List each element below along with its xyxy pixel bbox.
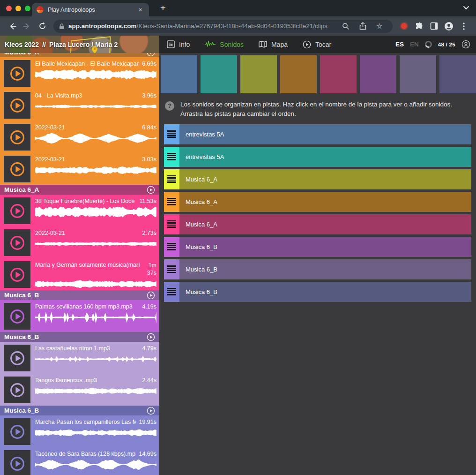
- clip-play-button[interactable]: [4, 303, 30, 330]
- browser-menu-icon[interactable]: [456, 19, 471, 34]
- track-column-swatch[interactable]: [161, 55, 197, 93]
- track-row-body[interactable]: entrevistas 5A: [179, 124, 471, 144]
- side-panel-icon[interactable]: [426, 19, 441, 34]
- clip-item[interactable]: Palmas sevillanas 160 bpm mp3.mp3 4.19s: [0, 300, 159, 332]
- clip-item[interactable]: El Baile Mexicapan - El Baile Mexicapan.…: [0, 57, 159, 89]
- clip-play-button[interactable]: [4, 60, 30, 87]
- clip-item[interactable]: 2022-03-21 3.03s: [0, 153, 159, 185]
- track-column-swatch[interactable]: [439, 55, 476, 93]
- bookmark-star-icon[interactable]: ☆: [372, 19, 387, 34]
- track-column-swatch[interactable]: [360, 55, 396, 93]
- track-row[interactable]: Musica 6_B: [164, 259, 471, 279]
- clip-item[interactable]: 04 - La Visita.mp3 3.96s: [0, 89, 159, 121]
- tab-search-chevron-icon[interactable]: [463, 6, 469, 10]
- track-drag-handle[interactable]: [164, 192, 179, 212]
- tab-close-icon[interactable]: ×: [136, 5, 144, 14]
- track-row[interactable]: Musica 6_A: [164, 169, 471, 189]
- clip-play-button[interactable]: [4, 450, 30, 475]
- track-row-body[interactable]: entrevistas 5A: [179, 147, 471, 167]
- track-row[interactable]: entrevistas 5A: [164, 147, 471, 167]
- clip-waveform: [35, 384, 156, 398]
- nav-item-sonidos[interactable]: Sonidos: [197, 36, 251, 53]
- clip-body: Taconeo de Sara Baras (128 kbps).mp3 14.…: [35, 450, 156, 475]
- track-row[interactable]: Musica 6_B: [164, 282, 471, 302]
- track-column-swatch[interactable]: [201, 55, 237, 93]
- lang-en-button[interactable]: EN: [410, 41, 419, 48]
- section-header[interactable]: Musica 6_A: [0, 53, 159, 57]
- clip-item[interactable]: 2022-03-21 6.84s: [0, 121, 159, 153]
- browser-profile-avatar[interactable]: [441, 19, 456, 34]
- clip-duration: 11.53s: [139, 198, 156, 204]
- track-row[interactable]: Musica 6_A: [164, 214, 471, 234]
- track-row[interactable]: Musica 6_A: [164, 192, 471, 212]
- new-tab-button[interactable]: +: [157, 2, 169, 15]
- track-drag-handle[interactable]: [164, 147, 179, 167]
- clip-item[interactable]: 2022-03-21 2.73s: [0, 226, 159, 258]
- zoom-page-icon[interactable]: [338, 19, 353, 34]
- nav-item-info[interactable]: Info: [159, 36, 197, 53]
- track-column-swatch[interactable]: [400, 55, 436, 93]
- clip-item[interactable]: 38 Toque Funebre(Muerte) - Los Doce Par.…: [0, 195, 159, 226]
- hint-note: ? Los sonidos se organizan en pistas. Ha…: [165, 100, 473, 119]
- track-row[interactable]: Musica 6_B: [164, 237, 471, 257]
- share-icon[interactable]: [355, 19, 370, 34]
- track-row-body[interactable]: Musica 6_B: [179, 259, 471, 279]
- browser-tab[interactable]: Play Antropoloops ×: [32, 3, 149, 16]
- track-row-body[interactable]: Musica 6_B: [179, 282, 471, 302]
- track-column-swatch[interactable]: [320, 55, 357, 93]
- track-drag-handle[interactable]: [164, 237, 179, 257]
- lang-es-button[interactable]: ES: [395, 41, 404, 48]
- track-row-body[interactable]: Musica 6_A: [179, 192, 471, 212]
- clip-item[interactable]: Tangos flamencos .mp3 2.44s: [0, 374, 159, 406]
- track-drag-handle[interactable]: [164, 214, 179, 234]
- section-header[interactable]: Musica 6_B: [0, 332, 159, 342]
- clip-play-button[interactable]: [4, 197, 30, 224]
- clip-play-button[interactable]: [4, 377, 30, 403]
- account-icon[interactable]: [461, 40, 470, 49]
- track-column-swatch[interactable]: [280, 55, 317, 93]
- url-bar[interactable]: app.antropoloops.com/Kleos-Santa-Marina/…: [53, 20, 393, 33]
- back-button[interactable]: [5, 19, 20, 34]
- track-column-swatch[interactable]: [240, 55, 277, 93]
- clip-play-button[interactable]: [4, 229, 30, 256]
- section-play-icon[interactable]: [147, 291, 155, 300]
- clip-play-button[interactable]: [4, 124, 30, 151]
- section-header[interactable]: Musica 6_A: [0, 185, 159, 195]
- clip-item[interactable]: María y Germán solamente música(maría 2.…: [0, 258, 159, 290]
- section-header[interactable]: Musica 6_B: [0, 290, 159, 300]
- forward-button[interactable]: [20, 19, 35, 34]
- section-clips: Las castañuelas ritmo 1.mp3 4.79s Tangos…: [0, 342, 159, 406]
- clip-name: Tangos flamencos .mp3: [35, 377, 97, 384]
- record-indicator-icon[interactable]: [396, 19, 411, 34]
- track-drag-handle[interactable]: [164, 282, 179, 302]
- track-row[interactable]: entrevistas 5A: [164, 124, 471, 144]
- track-row-body[interactable]: Musica 6_B: [179, 237, 471, 257]
- extensions-puzzle-icon[interactable]: [411, 19, 426, 34]
- window-close-button[interactable]: [6, 6, 12, 11]
- section-header[interactable]: Musica 6_B: [0, 406, 159, 415]
- track-row-body[interactable]: Musica 6_A: [179, 169, 471, 189]
- nav-item-tocar[interactable]: Tocar: [295, 36, 339, 53]
- clip-play-button[interactable]: [4, 92, 30, 119]
- clip-play-button[interactable]: [4, 418, 30, 445]
- clip-play-button[interactable]: [4, 345, 30, 371]
- track-drag-handle[interactable]: [164, 259, 179, 279]
- section-play-icon[interactable]: [147, 53, 155, 57]
- window-minimize-button[interactable]: [15, 6, 21, 11]
- track-drag-handle[interactable]: [164, 169, 179, 189]
- section-play-icon[interactable]: [147, 407, 155, 415]
- section-play-icon[interactable]: [147, 186, 155, 194]
- section-name: Musica 6_A: [4, 53, 39, 56]
- clip-item[interactable]: Taconeo de Sara Baras (128 kbps).mp3 14.…: [0, 447, 159, 475]
- reload-button[interactable]: [35, 19, 50, 34]
- clip-play-button[interactable]: [4, 261, 30, 288]
- nav-item-mapa[interactable]: Mapa: [251, 36, 295, 53]
- track-drag-handle[interactable]: [164, 124, 179, 144]
- clip-item[interactable]: Las castañuelas ritmo 1.mp3 4.79s: [0, 342, 159, 374]
- clip-item[interactable]: Marcha Pasan los campanilleros Las Mejor…: [0, 415, 159, 447]
- window-zoom-button[interactable]: [25, 6, 30, 11]
- clip-waveform: [35, 163, 156, 177]
- clip-play-button[interactable]: [4, 156, 30, 182]
- track-row-body[interactable]: Musica 6_A: [179, 214, 471, 234]
- section-play-icon[interactable]: [147, 333, 155, 341]
